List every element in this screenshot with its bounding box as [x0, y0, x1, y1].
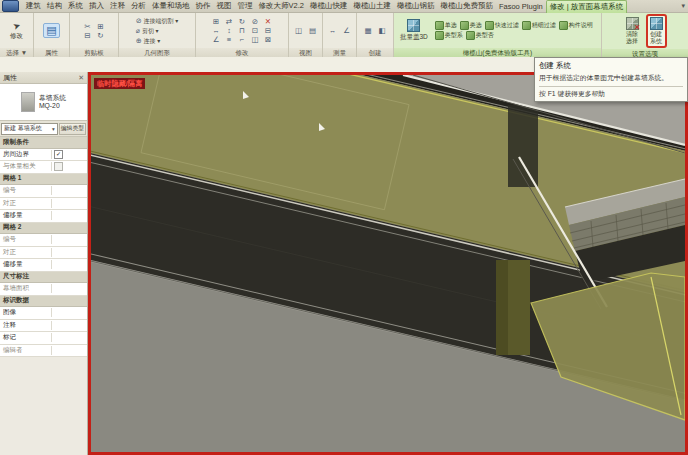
- close-icon[interactable]: ✕: [78, 74, 84, 82]
- modify-button[interactable]: ➤ 修改: [8, 20, 25, 42]
- property-value[interactable]: [52, 210, 87, 222]
- glsoft-tool-button[interactable]: 构件说明: [559, 21, 593, 30]
- ribbon-tab[interactable]: 注释: [107, 0, 128, 12]
- visibility-icon[interactable]: ▤: [307, 26, 318, 35]
- glsoft-tool-button[interactable]: 类型系: [435, 31, 463, 40]
- ribbon-tab[interactable]: 分析: [128, 0, 149, 12]
- split-icon[interactable]: ⊓: [237, 26, 248, 35]
- rotate-icon[interactable]: ↻: [237, 17, 248, 26]
- glsoft-tool-button[interactable]: 类选: [460, 21, 482, 30]
- tool-icon: [485, 21, 494, 30]
- ribbon-tab[interactable]: 橄榄山钢筋: [394, 0, 438, 12]
- glsoft-tool-button[interactable]: 精细过滤: [522, 21, 556, 30]
- property-section-header[interactable]: 尺寸标注: [0, 272, 87, 284]
- ribbon-tab[interactable]: 建筑: [23, 0, 44, 12]
- clear-selection-icon: ✕: [626, 17, 639, 30]
- ribbon-tab[interactable]: Fasoo Plugin: [496, 1, 546, 12]
- clear-selection-button[interactable]: ✕ 清除 选择: [624, 16, 641, 46]
- ribbon-tab[interactable]: 结构: [44, 0, 65, 12]
- property-value[interactable]: [52, 320, 87, 332]
- property-label: 标记: [0, 333, 52, 342]
- ribbon-tab[interactable]: 橄榄山快建: [307, 0, 351, 12]
- thin-lines-icon[interactable]: ◫: [293, 26, 304, 35]
- pin-icon[interactable]: ⊡: [250, 26, 261, 35]
- glsoft-tool-button[interactable]: 类型否: [466, 31, 494, 40]
- type-family-name: 幕墙系统: [39, 94, 66, 102]
- property-section-header[interactable]: 限制条件: [0, 137, 87, 149]
- panel-measure: ↔∠ 测量: [323, 13, 357, 57]
- temporary-hide-isolate-badge[interactable]: 临时隐藏/隔离: [94, 78, 145, 89]
- ribbon-tab[interactable]: 橄榄山土建: [350, 0, 394, 12]
- panel-label-view: 视图: [289, 48, 322, 57]
- delete-icon[interactable]: ✕: [263, 17, 274, 26]
- checkbox-checked-icon[interactable]: ✓: [54, 150, 63, 159]
- property-label: 房间边界: [0, 150, 52, 159]
- property-row: 偏移量: [0, 259, 87, 272]
- property-row: 图像: [0, 307, 87, 320]
- ribbon-tab[interactable]: 橄榄山免费预筋: [437, 0, 496, 12]
- property-label: 注释: [0, 321, 52, 330]
- cut-icon[interactable]: ✂: [82, 22, 93, 31]
- measure-angle-icon[interactable]: ∠: [341, 26, 352, 35]
- ribbon-tab[interactable]: 视图: [214, 0, 235, 12]
- corner-icon[interactable]: ⌐: [237, 35, 248, 44]
- type-selector-dropdown[interactable]: 新建 幕墙系统 ▾: [1, 123, 58, 135]
- property-row: 编辑者: [0, 345, 87, 358]
- property-value[interactable]: [52, 259, 87, 271]
- tab-modify-place-curtain-system[interactable]: 修改 | 放置面幕墙系统: [546, 0, 628, 13]
- tool-icon: [435, 21, 444, 30]
- create-similar-icon[interactable]: ◧: [377, 26, 388, 35]
- properties-icon: ▤: [46, 25, 56, 36]
- paste-icon[interactable]: ⊞: [95, 22, 106, 31]
- geometry-tool[interactable]: ⊕ 连接 ▾: [136, 36, 179, 46]
- cursor-icon: ➤: [11, 20, 22, 32]
- properties-button[interactable]: ▤: [43, 23, 59, 38]
- match-type-icon[interactable]: ↻: [95, 31, 106, 40]
- tool-icon: [460, 21, 469, 30]
- properties-palette: 属性 ✕ 幕墙系统 MQ-20 新建 幕墙系统 ▾ 编辑类型 限制条件房间边界✓…: [0, 72, 88, 455]
- offset-icon[interactable]: ↕: [224, 26, 235, 35]
- geometry-tool[interactable]: ⊘ 连接端切割 ▾: [136, 16, 179, 26]
- property-section-header[interactable]: 网格 1: [0, 174, 87, 186]
- app-logo-icon[interactable]: [2, 0, 19, 12]
- property-value[interactable]: ✓: [52, 149, 87, 161]
- create-group-icon[interactable]: ▦: [363, 26, 374, 35]
- batch-cover-3d-button[interactable]: 批量盖3D: [398, 18, 430, 43]
- ribbon-tab[interactable]: 插入: [86, 0, 107, 12]
- property-value[interactable]: [52, 332, 87, 344]
- glsoft-tool-button[interactable]: 快速过滤: [485, 21, 519, 30]
- create-system-button[interactable]: 创建 系统: [646, 14, 667, 48]
- panel-label-create: 创建: [357, 48, 393, 57]
- trim-icon[interactable]: ⊘: [250, 17, 261, 26]
- align-icon[interactable]: ⊞: [211, 17, 222, 26]
- property-value: [52, 283, 87, 295]
- ribbon-tab[interactable]: 体量和场地: [149, 0, 193, 12]
- measure-length-icon[interactable]: ↔: [327, 26, 338, 35]
- property-label: 与体量相关: [0, 162, 52, 171]
- property-row: 编号: [0, 234, 87, 247]
- ribbon-tab[interactable]: 管理: [235, 0, 256, 12]
- glsoft-tool-button[interactable]: 单选: [435, 21, 457, 30]
- erase-icon[interactable]: ⊠: [263, 35, 274, 44]
- geometry-tool[interactable]: ⌀ 剪切 ▾: [136, 26, 179, 36]
- lines-icon[interactable]: ≡: [224, 35, 235, 44]
- mirror-icon[interactable]: ⇄: [224, 17, 235, 26]
- property-section-header[interactable]: 网格 2: [0, 223, 87, 235]
- copy-icon[interactable]: ⊟: [82, 31, 93, 40]
- ribbon-tab[interactable]: 修改大师V2.2: [256, 0, 307, 12]
- property-value[interactable]: [52, 307, 87, 319]
- ribbon-tab[interactable]: 协作: [193, 0, 214, 12]
- ribbon-collapse-icon[interactable]: ▾: [678, 2, 688, 10]
- ribbon-tab[interactable]: 系统: [65, 0, 86, 12]
- properties-rows: 限制条件房间边界✓与体量相关网格 1编号对正偏移量网格 2编号对正偏移量尺寸标注…: [0, 137, 87, 357]
- angle-icon[interactable]: ∠: [211, 35, 222, 44]
- panel-label-measure: 测量: [323, 48, 356, 57]
- array-icon[interactable]: ⊟: [263, 26, 274, 35]
- panel-label-select[interactable]: 选择 ▼: [0, 48, 33, 57]
- property-label: 偏移量: [0, 211, 52, 220]
- property-section-header[interactable]: 标识数据: [0, 296, 87, 308]
- viewport-3d[interactable]: 临时隐藏/隔离: [88, 72, 688, 455]
- move-icon[interactable]: ↔: [211, 26, 222, 35]
- edit-type-button[interactable]: 编辑类型: [59, 123, 86, 135]
- panel-icon[interactable]: ◫: [250, 35, 261, 44]
